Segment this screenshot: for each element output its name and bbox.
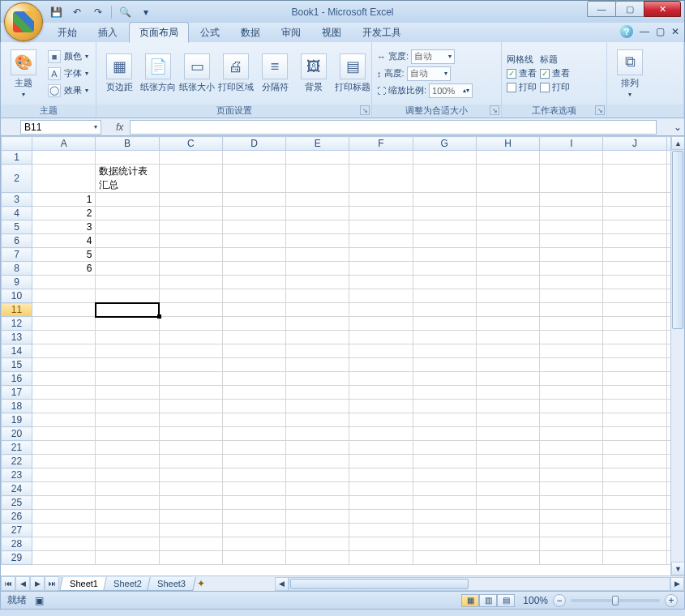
cell-H22[interactable] [476,455,539,468]
cell-J23[interactable] [603,468,666,482]
cell-H8[interactable] [476,262,539,276]
cell-F9[interactable] [349,276,413,289]
cell-E26[interactable] [286,510,349,524]
zoom-slider[interactable] [571,599,660,602]
office-button[interactable] [4,2,43,41]
cell-E24[interactable] [286,482,349,496]
cell-B15[interactable] [96,358,159,372]
orientation-button[interactable]: 📄纸张方向 [140,52,176,95]
ribbon-tab-3[interactable]: 公式 [191,23,229,42]
col-header-D[interactable]: D [222,137,285,151]
cell-C2[interactable] [159,165,222,193]
cell-E11[interactable] [286,303,349,317]
row-header-13[interactable]: 13 [2,331,32,344]
cell-E15[interactable] [286,358,349,372]
cell-D8[interactable] [222,262,285,276]
cell-C23[interactable] [159,468,222,482]
cell-H13[interactable] [476,331,539,344]
cell-H20[interactable] [476,427,539,441]
cell-H5[interactable] [476,220,539,234]
cell-G28[interactable] [413,537,476,551]
cell-B8[interactable] [96,262,159,276]
row-header-20[interactable]: 20 [2,427,32,441]
cell-G8[interactable] [413,262,476,276]
cell-G24[interactable] [413,482,476,496]
cell-E18[interactable] [286,400,349,413]
macro-record-icon[interactable]: ▣ [35,595,44,606]
cell-B26[interactable] [96,510,159,524]
cell-I16[interactable] [540,372,603,386]
cell-H28[interactable] [476,537,539,551]
theme-fonts[interactable]: A字体▾ [45,66,92,82]
cell-E13[interactable] [286,331,349,344]
cell-I10[interactable] [540,289,603,303]
cell-J15[interactable] [603,358,666,372]
cell-B16[interactable] [96,372,159,386]
cell-J27[interactable] [603,524,666,537]
cell-F14[interactable] [349,344,413,358]
cell-D12[interactable] [222,317,285,331]
cell-I26[interactable] [540,510,603,524]
cell-F26[interactable] [349,510,413,524]
fx-icon[interactable]: fx [116,122,123,133]
col-header-C[interactable]: C [159,137,222,151]
cell-D15[interactable] [222,358,285,372]
scale-spinner[interactable]: 100%▴▾ [429,83,473,98]
cell-C20[interactable] [159,427,222,441]
cell-J19[interactable] [603,413,666,427]
cell-J13[interactable] [603,331,666,344]
row-header-3[interactable]: 3 [2,193,32,207]
cell-B17[interactable] [96,386,159,400]
cell-J12[interactable] [603,317,666,331]
cell-H14[interactable] [476,344,539,358]
cell-D11[interactable] [222,303,285,317]
cell-F16[interactable] [349,372,413,386]
cell-I24[interactable] [540,482,603,496]
gridlines-view-checkbox[interactable]: ✓查看 [507,67,537,79]
cell-A23[interactable] [32,468,96,482]
cell-E23[interactable] [286,468,349,482]
cell-H26[interactable] [476,510,539,524]
cell-B13[interactable] [96,331,159,344]
cell-E9[interactable] [286,276,349,289]
cell-E5[interactable] [286,220,349,234]
cell-A28[interactable] [32,537,96,551]
view-page-break[interactable]: ▤ [497,594,515,607]
cell-I21[interactable] [540,441,603,455]
page-setup-launcher[interactable]: ↘ [360,105,370,115]
cell-D7[interactable] [222,248,285,262]
cell-E2[interactable] [286,165,349,193]
headings-view-checkbox[interactable]: ✓查看 [540,67,570,79]
cell-G3[interactable] [413,193,476,207]
print-area-button[interactable]: 🖨打印区域 [218,52,254,95]
cell-I15[interactable] [540,358,603,372]
cell-B27[interactable] [96,524,159,537]
cell-A16[interactable] [32,372,96,386]
maximize-button[interactable]: ▢ [615,1,644,17]
cell-F2[interactable] [349,165,413,193]
theme-colors[interactable]: ■颜色▾ [45,49,92,65]
cell-G26[interactable] [413,510,476,524]
cell-J6[interactable] [603,234,666,248]
cell-E19[interactable] [286,413,349,427]
cell-H21[interactable] [476,441,539,455]
cell-D14[interactable] [222,344,285,358]
row-header-26[interactable]: 26 [2,510,32,524]
minimize-button[interactable]: — [587,1,616,17]
cell-H17[interactable] [476,386,539,400]
cell-B10[interactable] [96,289,159,303]
cell-D19[interactable] [222,413,285,427]
cell-H29[interactable] [476,551,539,565]
cell-F27[interactable] [349,524,413,537]
sheet-nav-next[interactable]: ▶ [30,576,45,591]
ribbon-tab-4[interactable]: 数据 [231,23,270,42]
cell-A17[interactable] [32,386,96,400]
cell-E29[interactable] [286,551,349,565]
cell-I27[interactable] [540,524,603,537]
cell-G2[interactable] [413,165,476,193]
cell-C1[interactable] [159,151,222,165]
scroll-up-button[interactable]: ▲ [671,136,684,150]
cell-E28[interactable] [286,537,349,551]
sheet-nav-prev[interactable]: ◀ [15,576,30,591]
cell-B23[interactable] [96,468,159,482]
